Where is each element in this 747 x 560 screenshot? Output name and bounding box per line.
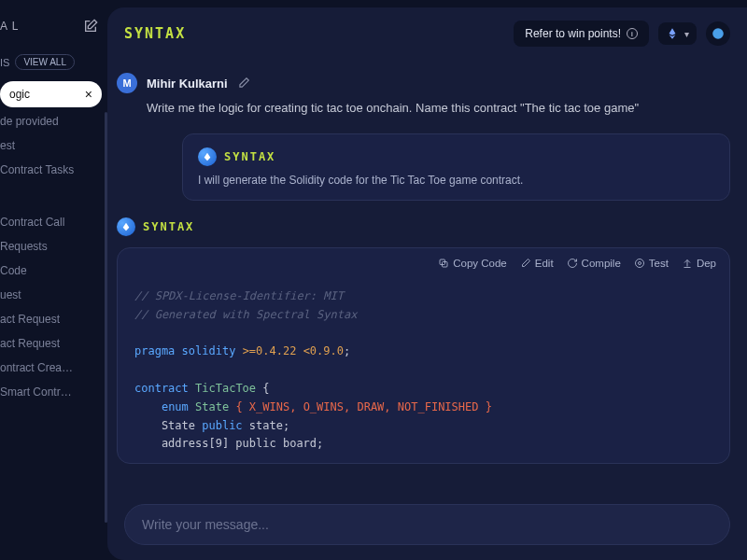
new-chat-icon[interactable] bbox=[83, 19, 98, 34]
sidebar-item[interactable]: est bbox=[0, 139, 104, 152]
sidebar-item[interactable]: ontract Crea… bbox=[0, 361, 104, 374]
syntax-logo-icon bbox=[117, 217, 135, 236]
sidebar-item-active[interactable]: ogic × bbox=[0, 81, 102, 107]
chevron-down-icon: ▾ bbox=[684, 29, 689, 39]
deploy-button[interactable]: Dep bbox=[682, 258, 716, 269]
topbar: SYNTAX Refer to win points! i ▾ bbox=[107, 7, 747, 60]
message-input[interactable]: Write your message... bbox=[124, 504, 730, 545]
user-message-header: M Mihir Kulkarni bbox=[117, 73, 730, 93]
sidebar-list: de provided est Contract Tasks Contract … bbox=[0, 115, 107, 399]
sessions-header: IS VIEW ALL bbox=[0, 50, 107, 81]
refer-label: Refer to win points! bbox=[525, 27, 621, 40]
input-placeholder: Write your message... bbox=[142, 517, 269, 532]
sidebar-item[interactable]: Contract Tasks bbox=[0, 163, 104, 176]
test-icon bbox=[634, 258, 645, 269]
ai-reply-card: SYNTAX I will generate the Solidity code… bbox=[182, 133, 730, 201]
ai-header: SYNTAX bbox=[117, 217, 730, 236]
user-message: Write me the logic for creating tic tac … bbox=[147, 101, 730, 115]
user-avatar: M bbox=[117, 73, 137, 93]
edit-code-button[interactable]: Edit bbox=[520, 258, 554, 269]
close-icon[interactable]: × bbox=[85, 87, 92, 102]
code-toolbar: Copy Code Edit Compile Test bbox=[118, 248, 729, 278]
sidebar-item[interactable]: Code bbox=[0, 264, 104, 277]
copy-code-button[interactable]: Copy Code bbox=[438, 258, 507, 269]
main-panel: SYNTAX Refer to win points! i ▾ M Mihir … bbox=[107, 7, 747, 560]
sidebar-item[interactable]: de provided bbox=[0, 115, 104, 128]
ai-name: SYNTAX bbox=[143, 220, 194, 233]
sidebar-item[interactable]: Requests bbox=[0, 240, 104, 253]
chat-body: M Mihir Kulkarni Write me the logic for … bbox=[107, 60, 747, 493]
svg-point-3 bbox=[635, 259, 643, 268]
copy-icon bbox=[438, 258, 449, 269]
svg-point-4 bbox=[638, 262, 641, 265]
sidebar-item[interactable]: uest bbox=[0, 288, 104, 301]
sidebar-item[interactable]: Smart Contr… bbox=[0, 385, 104, 399]
avatar-icon bbox=[712, 27, 725, 40]
code-body: // SPDX-License-Identifier: MIT // Gener… bbox=[118, 278, 729, 463]
test-button[interactable]: Test bbox=[634, 258, 669, 269]
workspace-label: A L bbox=[0, 20, 19, 33]
sidebar-item[interactable]: Contract Call bbox=[0, 216, 104, 229]
info-icon: i bbox=[627, 28, 638, 39]
ai-header: SYNTAX bbox=[198, 147, 714, 166]
ai-code-block: SYNTAX Copy Code Edit Compile bbox=[117, 217, 730, 464]
ai-message: I will generate the Solidity code for th… bbox=[198, 174, 714, 187]
sessions-label: IS bbox=[0, 57, 9, 68]
ai-name: SYNTAX bbox=[224, 150, 275, 163]
sidebar-item[interactable]: act Request bbox=[0, 313, 104, 326]
sidebar-item[interactable]: act Request bbox=[0, 337, 104, 350]
pencil-icon bbox=[520, 258, 531, 269]
syntax-logo-icon bbox=[198, 147, 217, 166]
user-name: Mihir Kulkarni bbox=[147, 77, 228, 91]
active-item-label: ogic bbox=[9, 88, 30, 101]
upload-icon bbox=[682, 258, 693, 269]
view-all-button[interactable]: VIEW ALL bbox=[15, 54, 75, 70]
refresh-icon bbox=[567, 258, 578, 269]
sidebar: A L IS VIEW ALL ogic × de provided est C… bbox=[0, 0, 107, 560]
network-selector[interactable]: ▾ bbox=[658, 22, 697, 45]
svg-point-0 bbox=[712, 28, 724, 39]
compile-button[interactable]: Compile bbox=[567, 258, 621, 269]
sidebar-top: A L bbox=[0, 19, 107, 50]
edit-message-icon[interactable] bbox=[237, 77, 250, 90]
code-card: Copy Code Edit Compile Test bbox=[117, 247, 730, 464]
profile-avatar[interactable] bbox=[706, 21, 730, 46]
app-title: SYNTAX bbox=[124, 25, 186, 42]
ethereum-icon bbox=[666, 27, 679, 40]
refer-button[interactable]: Refer to win points! i bbox=[514, 21, 649, 47]
topbar-right: Refer to win points! i ▾ bbox=[514, 21, 730, 47]
